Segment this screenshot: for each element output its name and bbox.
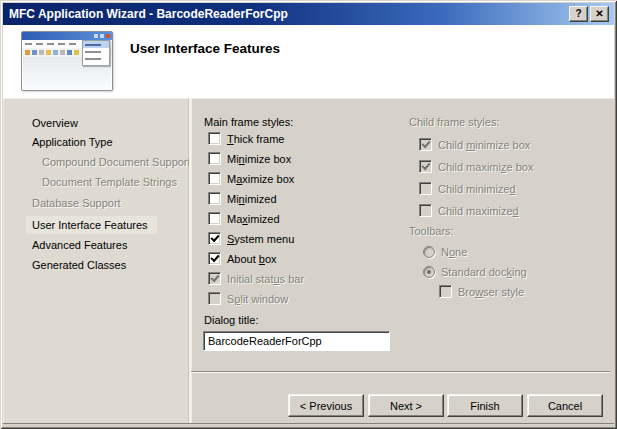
- radio-circle: [423, 246, 435, 258]
- radio-none: None: [423, 244, 467, 259]
- close-button[interactable]: ✕: [590, 6, 609, 22]
- checkbox-child-maximize-box: Child maximize box: [419, 159, 533, 174]
- checkbox-maximize-box[interactable]: Maximize box: [208, 171, 294, 186]
- sidebar-item-label: Document Template Strings: [36, 176, 177, 188]
- sidebar-item-compound-document-support: Compound Document Support: [26, 156, 191, 176]
- checkbox-label: Child maximized: [438, 205, 519, 217]
- cancel-button[interactable]: Cancel: [527, 394, 603, 417]
- mfc-window-preview-icon: [21, 31, 113, 91]
- checkbox-label: Initial status bar: [227, 273, 304, 285]
- checkbox-child-minimized: Child minimized: [419, 181, 516, 196]
- checkbox-box: [208, 152, 221, 165]
- checkbox-box: [208, 192, 221, 205]
- checkbox-label: Maximize box: [227, 173, 294, 185]
- checkbox-box: [419, 138, 432, 151]
- mfc-application-wizard-window: MFC Application Wizard - BarcodeReaderFo…: [0, 0, 617, 429]
- checkbox-box: [439, 285, 452, 298]
- page-title: User Interface Features: [130, 41, 280, 56]
- checkbox-box: [208, 212, 221, 225]
- checkbox-label: Split window: [227, 293, 288, 305]
- checkbox-box: [208, 272, 221, 285]
- checkbox-label: System menu: [227, 233, 294, 245]
- radio-label: Standard docking: [441, 266, 527, 278]
- checkbox-label: Child minimize box: [438, 139, 530, 151]
- dialog-title-label: Dialog title:: [204, 314, 258, 326]
- wizard-sidebar: Overview Application Type Compound Docum…: [3, 98, 189, 423]
- child-frame-styles-heading: Child frame styles:: [409, 116, 499, 128]
- checkbox-label: Child minimized: [438, 183, 516, 195]
- checkbox-box: [419, 182, 432, 195]
- checkbox-child-minimize-box: Child minimize box: [419, 137, 530, 152]
- bottom-edge-line: [3, 423, 614, 424]
- checkbox-label: Minimize box: [227, 153, 291, 165]
- checkbox-maximized[interactable]: Maximized: [208, 211, 280, 226]
- checkbox-box: [208, 172, 221, 185]
- main-frame-styles-heading: Main frame styles:: [204, 116, 293, 128]
- checkbox-about-box[interactable]: About box: [208, 251, 277, 266]
- preview-titlebar: [22, 32, 112, 40]
- window-title: MFC Application Wizard - BarcodeReaderFo…: [3, 7, 288, 21]
- checkbox-label: Maximized: [227, 213, 280, 225]
- sidebar-item-label: Generated Classes: [26, 259, 126, 271]
- checkbox-box: [208, 232, 221, 245]
- sidebar-item-label: Advanced Features: [26, 239, 127, 251]
- sidebar-item-database-support: Database Support: [26, 197, 121, 217]
- titlebar: MFC Application Wizard - BarcodeReaderFo…: [3, 3, 614, 25]
- wizard-content: Main frame styles: Thick frame Minimize …: [191, 98, 614, 423]
- sidebar-item-user-interface-features[interactable]: User Interface Features: [26, 216, 157, 236]
- checkbox-minimize-box[interactable]: Minimize box: [208, 151, 291, 166]
- sidebar-item-application-type[interactable]: Application Type: [26, 136, 113, 156]
- checkbox-box: [419, 160, 432, 173]
- toolbars-heading: Toolbars:: [409, 225, 454, 237]
- checkbox-minimized[interactable]: Minimized: [208, 191, 277, 206]
- checkbox-system-menu[interactable]: System menu: [208, 231, 294, 246]
- finish-button[interactable]: Finish: [447, 394, 523, 417]
- checkbox-initial-status-bar: Initial status bar: [208, 271, 304, 286]
- checkbox-browser-style: Browser style: [439, 284, 524, 299]
- dialog-title-input[interactable]: [203, 331, 390, 351]
- sidebar-item-label: Overview: [26, 117, 78, 129]
- checkbox-label: Child maximize box: [438, 161, 533, 173]
- help-button[interactable]: ?: [569, 6, 588, 22]
- checkbox-split-window: Split window: [208, 291, 288, 306]
- sidebar-item-label: Database Support: [26, 197, 121, 209]
- radio-standard-docking: Standard docking: [423, 264, 527, 279]
- sidebar-item-label: Application Type: [26, 136, 113, 148]
- checkbox-child-maximized: Child maximized: [419, 203, 519, 218]
- checkbox-label: About box: [227, 253, 277, 265]
- checkbox-box: [419, 204, 432, 217]
- button-row-separator: [191, 371, 610, 373]
- next-button[interactable]: Next >: [368, 394, 444, 417]
- radio-circle: [423, 266, 435, 278]
- checkbox-label: Thick frame: [227, 133, 284, 145]
- sidebar-item-overview[interactable]: Overview: [26, 117, 78, 137]
- sidebar-item-label: User Interface Features: [26, 216, 157, 234]
- sidebar-item-generated-classes[interactable]: Generated Classes: [26, 259, 126, 279]
- checkbox-box: [208, 252, 221, 265]
- sidebar-item-document-template-strings: Document Template Strings: [26, 176, 177, 196]
- previous-button[interactable]: < Previous: [288, 394, 364, 417]
- checkbox-box: [208, 132, 221, 145]
- sidebar-item-label: Compound Document Support: [36, 156, 191, 168]
- checkbox-label: Browser style: [458, 286, 524, 298]
- checkbox-label: Minimized: [227, 193, 277, 205]
- checkbox-box: [208, 292, 221, 305]
- radio-label: None: [441, 246, 467, 258]
- checkbox-thick-frame[interactable]: Thick frame: [208, 131, 284, 146]
- preview-open-menu: [82, 40, 110, 66]
- sidebar-item-advanced-features[interactable]: Advanced Features: [26, 239, 127, 259]
- wizard-header: User Interface Features: [3, 25, 614, 98]
